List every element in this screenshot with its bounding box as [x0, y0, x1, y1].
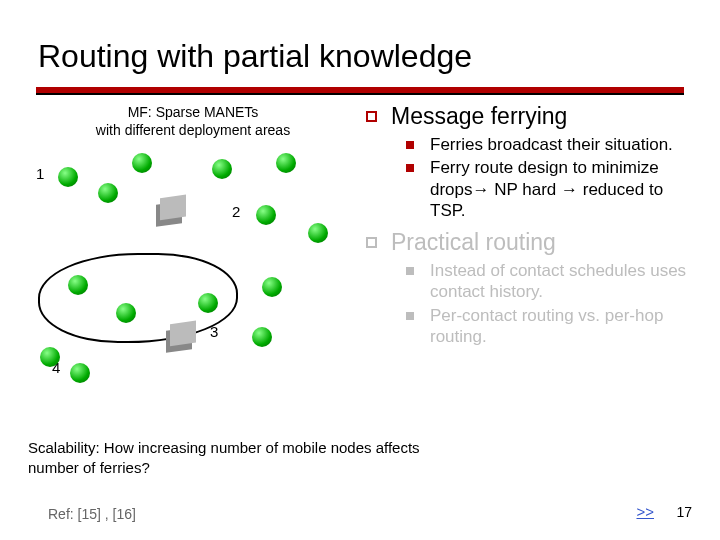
bullet-hollow-icon [366, 237, 377, 248]
diagram: 1 2 3 4 [28, 143, 348, 373]
bullet-item: Instead of contact schedules uses contac… [406, 260, 702, 303]
node [132, 153, 152, 173]
title-rule [36, 87, 684, 95]
bullet-hollow-icon [366, 111, 377, 122]
right-column: Message ferrying Ferries broadcast their… [358, 103, 702, 373]
next-link[interactable]: >> [636, 503, 654, 520]
bullet-solid-icon [406, 164, 414, 172]
node [276, 153, 296, 173]
bullet-item: Ferry route design to minimize drops→ NP… [406, 157, 702, 221]
bullet-solid-icon [406, 141, 414, 149]
caption-line-2: with different deployment areas [96, 122, 290, 138]
bullet-solid-icon [406, 312, 414, 320]
page-number: 17 [676, 504, 692, 520]
bullet-item: Ferries broadcast their situation. [406, 134, 702, 155]
ferry-node [166, 328, 192, 354]
node [256, 205, 276, 225]
left-column: MF: Sparse MANETs with different deploym… [28, 103, 358, 373]
bullet-text: Instead of contact schedules uses contac… [430, 260, 702, 303]
caption-line-1: MF: Sparse MANETs [128, 104, 259, 120]
diagram-caption: MF: Sparse MANETs with different deploym… [28, 103, 358, 139]
section-practical-routing: Practical routing [362, 229, 702, 256]
bullet-text: Per-contact routing vs. per-hop routing. [430, 305, 702, 348]
node [308, 223, 328, 243]
bullet-solid-icon [406, 267, 414, 275]
section-title: Message ferrying [391, 103, 567, 130]
label-3: 3 [210, 323, 218, 340]
section-message-ferrying: Message ferrying [362, 103, 702, 130]
reference-text: Ref: [15] , [16] [48, 506, 136, 522]
node [252, 327, 272, 347]
node [212, 159, 232, 179]
bullet-text: Ferry route design to minimize drops→ NP… [430, 157, 702, 221]
ferry-node [156, 202, 182, 228]
section-title: Practical routing [391, 229, 556, 256]
scalability-note: Scalability: How increasing number of mo… [28, 438, 458, 477]
bullet-text: Ferries broadcast their situation. [430, 134, 673, 155]
slide-title: Routing with partial knowledge [0, 0, 720, 83]
node [98, 183, 118, 203]
label-1: 1 [36, 165, 44, 182]
content-area: MF: Sparse MANETs with different deploym… [0, 95, 720, 373]
node [262, 277, 282, 297]
label-2: 2 [232, 203, 240, 220]
node [58, 167, 78, 187]
bullet-item: Per-contact routing vs. per-hop routing. [406, 305, 702, 348]
node [70, 363, 90, 383]
